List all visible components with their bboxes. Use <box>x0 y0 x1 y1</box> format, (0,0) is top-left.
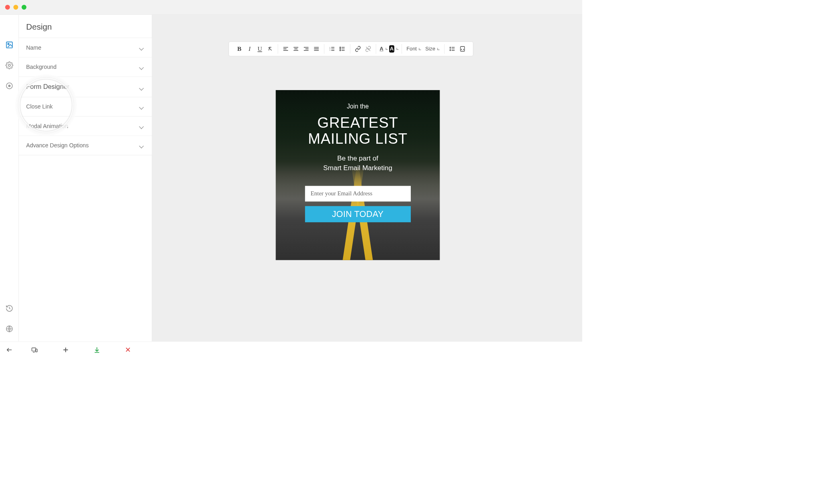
ordered-list-button[interactable]: 123 <box>327 44 337 54</box>
modal-headline-line2: MAILING LIST <box>308 131 408 147</box>
globe-icon[interactable] <box>5 325 13 333</box>
svg-point-9 <box>340 47 341 48</box>
bold-button[interactable]: B <box>235 44 244 54</box>
panel-item-name[interactable]: Name <box>19 38 152 57</box>
font-select-label: Font <box>406 46 417 52</box>
size-select[interactable]: Size <box>424 44 442 54</box>
app-window: Design Name Background Form Designer Clo… <box>0 0 582 358</box>
panel-item-background[interactable]: Background <box>19 57 152 76</box>
line-height-button[interactable] <box>448 44 457 54</box>
back-button[interactable] <box>0 341 19 357</box>
align-left-button[interactable] <box>281 44 290 54</box>
text-editor-toolbar: B I U 123 <box>229 42 473 56</box>
mac-titlebar <box>0 0 582 15</box>
chevron-down-icon <box>139 84 145 90</box>
panel-item-close-link[interactable]: Close Link <box>19 97 152 116</box>
panel-label: Advance Design Options <box>26 142 88 149</box>
align-right-button[interactable] <box>301 44 311 54</box>
design-sidebar: Design Name Background Form Designer Clo… <box>19 15 152 341</box>
svg-rect-13 <box>32 348 36 351</box>
window-minimize-button[interactable] <box>13 5 18 10</box>
svg-rect-12 <box>460 46 464 51</box>
svg-rect-14 <box>36 349 37 352</box>
app-body: Design Name Background Form Designer Clo… <box>0 15 582 341</box>
modal-preview[interactable]: Join the GREATEST MAILING LIST Be the pa… <box>276 90 440 260</box>
align-center-button[interactable] <box>291 44 301 54</box>
svg-point-4 <box>8 85 10 86</box>
panel-label: Background <box>26 64 56 70</box>
svg-point-11 <box>340 50 341 51</box>
chevron-down-icon <box>139 45 145 50</box>
panel-label: Form Designer <box>26 83 69 90</box>
clear-format-button[interactable] <box>265 44 275 54</box>
nav-rail <box>0 15 19 341</box>
size-select-label: Size <box>425 46 435 52</box>
background-color-button[interactable]: A <box>389 44 399 54</box>
history-icon[interactable] <box>5 304 13 312</box>
underline-button[interactable]: U <box>255 44 265 54</box>
panel-label: Modal Animation <box>26 123 68 129</box>
close-icon: ✕ <box>125 345 131 354</box>
close-button[interactable]: ✕ <box>113 341 144 357</box>
modal-kicker: Join the <box>347 102 369 110</box>
svg-point-1 <box>8 43 9 44</box>
email-placeholder: Enter your Email Address <box>311 190 372 197</box>
align-justify-button[interactable] <box>312 44 321 54</box>
panel-item-advance-design[interactable]: Advance Design Options <box>19 136 152 155</box>
join-button-label: JOIN TODAY <box>332 209 384 219</box>
panel-label: Close Link <box>26 103 52 110</box>
svg-rect-0 <box>6 42 12 48</box>
font-select[interactable]: Font <box>405 44 423 54</box>
panel-label: Name <box>26 44 41 51</box>
panel-item-modal-animation[interactable]: Modal Animation <box>19 116 152 136</box>
source-button[interactable] <box>458 44 467 54</box>
window-zoom-button[interactable] <box>22 5 26 10</box>
add-button[interactable] <box>50 341 81 357</box>
chevron-down-icon <box>139 143 145 148</box>
svg-point-10 <box>340 48 341 49</box>
editor-canvas[interactable]: B I U 123 <box>152 15 582 341</box>
download-button[interactable] <box>81 341 113 357</box>
chevron-down-icon <box>139 104 145 109</box>
modal-headline-line1: GREATEST <box>318 114 398 131</box>
svg-point-2 <box>8 64 10 66</box>
modal-sub-line1: Be the part of <box>337 155 378 162</box>
unordered-list-button[interactable] <box>338 44 347 54</box>
modal-subtext: Be the part of Smart Email Marketing <box>323 154 392 172</box>
svg-text:3: 3 <box>330 49 331 51</box>
modal-sub-line2: Smart Email Marketing <box>323 164 392 171</box>
bottom-action-bar: ✕ <box>0 341 582 358</box>
gear-icon[interactable] <box>5 61 13 69</box>
chevron-down-icon <box>139 123 145 129</box>
devices-button[interactable] <box>19 341 50 357</box>
image-icon[interactable] <box>5 41 13 49</box>
sidebar-title: Design <box>19 15 152 38</box>
link-button[interactable] <box>353 44 363 54</box>
email-input[interactable]: Enter your Email Address <box>305 186 410 201</box>
chevron-down-icon <box>139 64 145 70</box>
text-color-button[interactable]: A <box>379 44 388 54</box>
target-icon[interactable] <box>5 82 13 90</box>
unlink-button[interactable] <box>363 44 373 54</box>
panel-item-form-designer[interactable]: Form Designer <box>19 77 152 97</box>
italic-button[interactable]: I <box>245 44 254 54</box>
join-button[interactable]: JOIN TODAY <box>305 206 410 222</box>
window-close-button[interactable] <box>5 5 10 10</box>
modal-headline: GREATEST MAILING LIST <box>308 114 408 147</box>
